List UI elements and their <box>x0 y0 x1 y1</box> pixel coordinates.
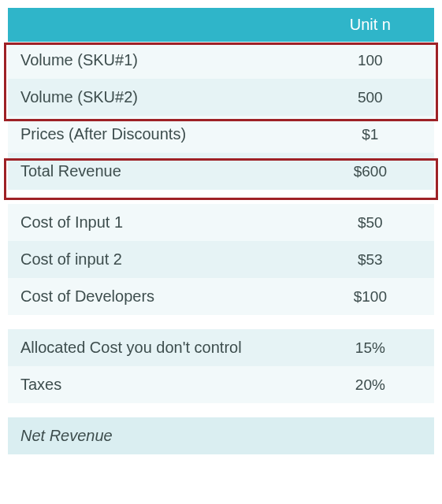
table-row: Cost of Input 1 $50 <box>8 204 434 241</box>
financial-table-page: Unit n Volume (SKU#1) 100 Volume (SKU#2)… <box>0 0 442 504</box>
row-value-volume-sku2: 500 <box>306 79 434 116</box>
row-value-cost-developers: $100 <box>306 278 434 315</box>
table-row: Cost of Developers $100 <box>8 278 434 315</box>
header-value-cell: Unit n <box>306 8 434 42</box>
table-row: Volume (SKU#1) 100 <box>8 42 434 79</box>
table-gap-row <box>8 315 434 329</box>
row-value-taxes: 20% <box>306 366 434 403</box>
table-row: Net Revenue <box>8 417 434 454</box>
header-label-cell <box>8 8 306 42</box>
table-row: Total Revenue $600 <box>8 153 434 190</box>
row-value-net-revenue <box>306 417 434 454</box>
row-label-taxes: Taxes <box>8 366 306 403</box>
row-label-prices: Prices (After Discounts) <box>8 116 306 153</box>
table-header-row: Unit n <box>8 8 434 42</box>
table-row: Allocated Cost you don't control 15% <box>8 329 434 366</box>
row-label-net-revenue: Net Revenue <box>8 417 306 454</box>
table-gap-row <box>8 190 434 204</box>
row-label-cost-input1: Cost of Input 1 <box>8 204 306 241</box>
row-value-cost-input2: $53 <box>306 241 434 278</box>
row-value-allocated-cost: 15% <box>306 329 434 366</box>
row-label-volume-sku1: Volume (SKU#1) <box>8 42 306 79</box>
row-value-prices: $1 <box>306 116 434 153</box>
row-value-total-revenue: $600 <box>306 153 434 190</box>
row-label-cost-developers: Cost of Developers <box>8 278 306 315</box>
table-row: Volume (SKU#2) 500 <box>8 79 434 116</box>
row-value-volume-sku1: 100 <box>306 42 434 79</box>
table-row: Taxes 20% <box>8 366 434 403</box>
row-label-cost-input2: Cost of input 2 <box>8 241 306 278</box>
row-label-total-revenue: Total Revenue <box>8 153 306 190</box>
table-gap-row <box>8 403 434 417</box>
row-label-volume-sku2: Volume (SKU#2) <box>8 79 306 116</box>
table-row: Prices (After Discounts) $1 <box>8 116 434 153</box>
row-value-cost-input1: $50 <box>306 204 434 241</box>
table-row: Cost of input 2 $53 <box>8 241 434 278</box>
financial-table: Unit n Volume (SKU#1) 100 Volume (SKU#2)… <box>8 8 434 454</box>
row-label-allocated-cost: Allocated Cost you don't control <box>8 329 306 366</box>
